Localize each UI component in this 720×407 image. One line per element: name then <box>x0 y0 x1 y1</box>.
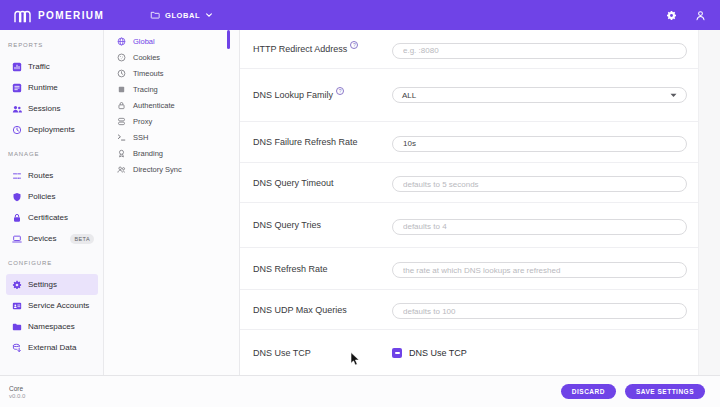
settings-nav-item-authenticate[interactable]: Authenticate <box>104 97 239 113</box>
sidebar-item-deployments[interactable]: Deployments <box>6 119 98 140</box>
branding-icon <box>117 149 126 158</box>
sidebar-section: REPORTSTrafficRuntimeSessionsDeployments <box>0 42 103 140</box>
settings-nav-item-label: Directory Sync <box>133 165 182 174</box>
dns-udp-max-queries-input[interactable] <box>392 303 687 319</box>
dns-refresh-rate-input[interactable] <box>392 262 687 278</box>
field-control: ALL <box>392 87 687 103</box>
top-bar: POMERIUM GLOBAL <box>0 0 720 30</box>
sidebar-item-policies[interactable]: Policies <box>6 186 98 207</box>
checkbox-label: DNS Use TCP <box>409 348 467 358</box>
cookie-icon <box>117 53 126 62</box>
dns-use-tcp-checkbox[interactable] <box>392 348 402 358</box>
globe-icon <box>117 37 126 46</box>
field-label: DNS Failure Refresh Rate <box>253 137 392 147</box>
sidebar-item-namespaces[interactable]: Namespaces <box>6 316 98 337</box>
form-row-dns-query-tries: DNS Query Tries <box>240 203 720 248</box>
field-control <box>392 300 687 320</box>
settings-nav-item-label: Cookies <box>133 53 160 62</box>
sidebar-item-sessions[interactable]: Sessions <box>6 98 98 119</box>
sidebar-item-external-data[interactable]: External Data <box>6 337 98 358</box>
settings-nav-item-cookies[interactable]: Cookies <box>104 49 239 65</box>
settings-nav-item-label: Authenticate <box>133 101 175 110</box>
settings-nav-item-label: Proxy <box>133 117 152 126</box>
field-label: DNS Lookup Family? <box>253 90 392 100</box>
sidebar-item-certificates[interactable]: Certificates <box>6 207 98 228</box>
settings-icon <box>12 280 22 290</box>
sidebar-item-label: External Data <box>28 343 76 352</box>
field-label: DNS Query Timeout <box>253 178 392 188</box>
version-info: Core v0.0.0 <box>0 385 25 399</box>
dns-query-timeout-input[interactable] <box>392 176 687 192</box>
sidebar-item-label: Certificates <box>28 213 68 222</box>
sidebar: REPORTSTrafficRuntimeSessionsDeployments… <box>0 30 104 375</box>
http-redirect-address-input[interactable] <box>392 43 687 59</box>
settings-nav-item-label: Timeouts <box>133 69 164 78</box>
field-label-text: DNS Refresh Rate <box>253 264 328 274</box>
dns-query-tries-input[interactable] <box>392 219 687 235</box>
field-control <box>392 173 687 193</box>
pomerium-logo-icon <box>13 8 32 23</box>
save-settings-button[interactable]: SAVE SETTINGS <box>625 384 705 399</box>
form-row-dns-udp-max-queries: DNS UDP Max Queries <box>240 290 720 330</box>
sidebar-item-label: Service Accounts <box>28 301 89 310</box>
proxy-icon <box>117 117 126 126</box>
people-icon <box>117 165 126 174</box>
traffic-icon <box>12 62 22 72</box>
sidebar-section-label: MANAGE <box>0 151 103 160</box>
field-control <box>392 259 687 279</box>
sidebar-item-devices[interactable]: DevicesBETA <box>6 228 98 249</box>
sidebar-item-label: Devices <box>28 234 56 243</box>
settings-nav-item-directory-sync[interactable]: Directory Sync <box>104 161 239 177</box>
sidebar-item-settings[interactable]: Settings <box>6 274 98 295</box>
gear-icon[interactable] <box>666 10 677 21</box>
dns-failure-refresh-rate-input[interactable] <box>392 136 687 152</box>
settings-nav-item-tracing[interactable]: Tracing <box>104 81 239 97</box>
sidebar-item-label: Deployments <box>28 125 75 134</box>
sidebar-item-label: Runtime <box>28 83 58 92</box>
header-actions <box>666 0 706 30</box>
settings-form: HTTP Redirect Address?DNS Lookup Family?… <box>240 30 720 375</box>
settings-nav-item-ssh[interactable]: SSH <box>104 129 239 145</box>
user-icon[interactable] <box>695 10 706 21</box>
field-label-text: HTTP Redirect Address <box>253 44 347 54</box>
devices-icon <box>12 234 22 244</box>
settings-nav-item-label: Global <box>133 37 155 46</box>
sidebar-section-label: REPORTS <box>0 42 103 51</box>
settings-nav-items: GlobalCookiesTimeoutsTracingAuthenticate… <box>104 33 239 177</box>
field-label-text: DNS UDP Max Queries <box>253 305 347 315</box>
settings-nav-item-label: SSH <box>133 133 148 142</box>
namespace-label: GLOBAL <box>165 11 200 20</box>
discard-button[interactable]: DISCARD <box>561 384 616 399</box>
form-row-dns-failure-refresh-rate: DNS Failure Refresh Rate <box>240 122 720 163</box>
info-icon[interactable]: ? <box>336 87 344 95</box>
brand: POMERIUM <box>13 0 104 30</box>
settings-nav-item-branding[interactable]: Branding <box>104 145 239 161</box>
sidebar-section: CONFIGURESettingsService AccountsNamespa… <box>0 260 103 358</box>
sidebar-item-routes[interactable]: Routes <box>6 165 98 186</box>
beta-badge: BETA <box>70 234 94 244</box>
settings-nav-item-proxy[interactable]: Proxy <box>104 113 239 129</box>
runtime-icon <box>12 83 22 93</box>
dns-lookup-family-select[interactable]: ALL <box>392 87 687 103</box>
info-icon[interactable]: ? <box>350 41 358 49</box>
field-label: DNS Refresh Rate <box>253 264 392 274</box>
tracing-icon <box>117 85 126 94</box>
sidebar-section: MANAGERoutesPoliciesCertificatesDevicesB… <box>0 151 103 249</box>
sidebar-item-traffic[interactable]: Traffic <box>6 56 98 77</box>
form-row-dns-refresh-rate: DNS Refresh Rate <box>240 248 720 290</box>
app-window: POMERIUM GLOBAL REPORTS <box>0 0 720 407</box>
settings-nav-item-timeouts[interactable]: Timeouts <box>104 65 239 81</box>
sidebar-item-runtime[interactable]: Runtime <box>6 77 98 98</box>
form-row-http-redirect-address: HTTP Redirect Address? <box>240 30 720 69</box>
sidebar-item-label: Sessions <box>28 104 60 113</box>
sidebar-item-label: Traffic <box>28 62 50 71</box>
select-value: ALL <box>402 91 416 100</box>
namespace-selector[interactable]: GLOBAL <box>150 0 213 30</box>
sidebar-item-service-accounts[interactable]: Service Accounts <box>6 295 98 316</box>
scrollbar-thumb[interactable] <box>227 30 230 49</box>
field-label: DNS Query Tries <box>253 220 392 230</box>
settings-nav-item-global[interactable]: Global <box>104 33 239 49</box>
sidebar-sections: REPORTSTrafficRuntimeSessionsDeployments… <box>0 42 103 358</box>
sidebar-section-label: CONFIGURE <box>0 260 103 269</box>
field-control <box>392 39 687 59</box>
